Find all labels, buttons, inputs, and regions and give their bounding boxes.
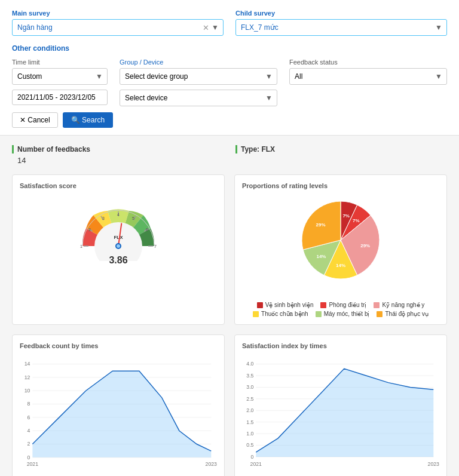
feedback-count-title: Feedback count by times bbox=[20, 342, 217, 349]
svg-point-19 bbox=[117, 244, 120, 248]
svg-text:0: 0 bbox=[251, 454, 254, 460]
svg-text:0.5: 0.5 bbox=[246, 442, 253, 448]
svg-text:2: 2 bbox=[27, 441, 30, 447]
feedback-status-select[interactable]: All bbox=[289, 68, 447, 85]
legend-color-2 bbox=[320, 302, 326, 308]
bottom-charts-row: Feedback count by times 14 12 10 8 6 4 2… bbox=[12, 334, 447, 476]
date-range-input[interactable] bbox=[12, 90, 108, 105]
legend-color-1 bbox=[257, 302, 263, 308]
feedbacks-title: Number of feedbacks bbox=[12, 145, 224, 153]
legend-color-3 bbox=[374, 302, 380, 308]
svg-text:12: 12 bbox=[25, 374, 30, 380]
svg-text:10: 10 bbox=[25, 388, 30, 394]
cancel-button[interactable]: ✕ Cancel bbox=[12, 112, 58, 128]
svg-text:4.0: 4.0 bbox=[246, 361, 253, 367]
survey-row: Main survey Ngân hàng ✕ ▼ Child survey F… bbox=[12, 10, 447, 36]
conditions-row-2: Select device ▼ bbox=[12, 90, 447, 106]
child-survey-select-wrapper: FLX_7 mức ▼ bbox=[235, 19, 447, 36]
legend-item-1: Vệ sinh bệnh viện bbox=[257, 302, 314, 308]
svg-text:FLX: FLX bbox=[114, 235, 123, 240]
svg-text:1.5: 1.5 bbox=[246, 419, 253, 425]
svg-text:4: 4 bbox=[117, 213, 120, 217]
child-survey-group: Child survey FLX_7 mức ▼ bbox=[235, 10, 447, 36]
legend-label-2: Phòng điều trị bbox=[329, 302, 366, 308]
child-survey-select[interactable]: FLX_7 mức bbox=[235, 19, 447, 36]
date-range-group bbox=[12, 90, 108, 106]
time-limit-label: Time limit bbox=[12, 59, 108, 66]
svg-marker-63 bbox=[256, 368, 433, 457]
main-survey-clear-icon[interactable]: ✕ bbox=[203, 23, 209, 32]
svg-text:6: 6 bbox=[146, 228, 148, 232]
satisfaction-index-title: Satisfaction index by times bbox=[242, 342, 439, 349]
legend-item-4: Thuốc chữa bệnh bbox=[253, 311, 308, 317]
svg-text:3.5: 3.5 bbox=[246, 373, 253, 379]
form-section: Main survey Ngân hàng ✕ ▼ Child survey F… bbox=[0, 0, 459, 136]
svg-text:1: 1 bbox=[80, 244, 82, 248]
legend-item-6: Thái độ phục vụ bbox=[377, 311, 428, 317]
pie-chart: 7%7%29%14%14%29% bbox=[275, 195, 406, 297]
device-group-select[interactable]: Select device group bbox=[120, 68, 277, 85]
pie-legend: Vệ sinh bệnh viện Phòng điều trị Kỹ năng… bbox=[242, 302, 439, 317]
group-device-group: Group / Device Select device group ▼ bbox=[120, 59, 277, 85]
type-title: Type: FLX bbox=[235, 145, 447, 153]
stats-row: Number of feedbacks 14 Type: FLX bbox=[12, 145, 447, 165]
svg-text:2.0: 2.0 bbox=[246, 407, 253, 413]
legend-label-6: Thái độ phục vụ bbox=[385, 311, 428, 317]
satisfaction-score-card: Satisfaction score bbox=[12, 174, 225, 325]
time-limit-select-wrapper: Custom ▼ bbox=[12, 68, 108, 85]
child-survey-label: Child survey bbox=[235, 10, 447, 17]
main-survey-label: Main survey bbox=[12, 10, 224, 17]
feedback-status-group: Feedback status All ▼ bbox=[289, 59, 447, 85]
svg-text:2023: 2023 bbox=[428, 461, 439, 467]
main-content: Number of feedbacks 14 Type: FLX Satisfa… bbox=[0, 136, 459, 476]
svg-text:14: 14 bbox=[25, 361, 30, 367]
spacer bbox=[289, 90, 447, 106]
main-survey-select[interactable]: Ngân hàng bbox=[12, 19, 224, 36]
svg-text:29%: 29% bbox=[360, 243, 370, 248]
device-select-group: Select device ▼ bbox=[120, 90, 277, 106]
legend-item-3: Kỹ năng nghề y bbox=[374, 302, 424, 308]
main-survey-select-wrapper: Ngân hàng ✕ ▼ bbox=[12, 19, 224, 36]
gauge-svg: 1 2 3 4 5 6 7 FLX bbox=[71, 195, 166, 261]
svg-text:3: 3 bbox=[102, 216, 105, 220]
type-stat: Type: FLX bbox=[235, 145, 447, 165]
time-limit-select[interactable]: Custom bbox=[12, 68, 108, 85]
feedback-count-card: Feedback count by times 14 12 10 8 6 4 2… bbox=[12, 334, 225, 476]
svg-text:7: 7 bbox=[154, 244, 157, 248]
legend-item-2: Phòng điều trị bbox=[320, 302, 366, 308]
svg-text:2021: 2021 bbox=[27, 461, 39, 467]
gauge-value: 3.86 bbox=[109, 255, 127, 266]
svg-text:2.5: 2.5 bbox=[246, 396, 253, 402]
group-device-label: Group / Device bbox=[120, 59, 277, 66]
feedbacks-stat: Number of feedbacks 14 bbox=[12, 145, 224, 165]
svg-text:14%: 14% bbox=[336, 263, 345, 268]
svg-text:7%: 7% bbox=[353, 218, 360, 223]
legend-label-4: Thuốc chữa bệnh bbox=[261, 311, 308, 317]
svg-text:5: 5 bbox=[132, 216, 134, 220]
legend-color-4 bbox=[253, 311, 259, 317]
main-survey-group: Main survey Ngân hàng ✕ ▼ bbox=[12, 10, 224, 36]
gauge-wrapper: 1 2 3 4 5 6 7 FLX 3.86 bbox=[20, 195, 217, 266]
svg-text:4: 4 bbox=[27, 428, 30, 434]
proportions-title: Proportions of rating levels bbox=[242, 182, 439, 189]
satisfaction-line-svg: 4.0 3.5 3.0 2.5 2.0 1.5 1.0 0.5 0 bbox=[242, 355, 439, 475]
satisfaction-index-card: Satisfaction index by times 4.0 3.5 3.0 … bbox=[234, 334, 447, 476]
feedback-status-label: Feedback status bbox=[289, 59, 447, 66]
svg-text:1.0: 1.0 bbox=[246, 431, 253, 437]
feedbacks-value: 14 bbox=[17, 156, 224, 165]
svg-text:6: 6 bbox=[27, 414, 30, 420]
svg-text:7%: 7% bbox=[342, 213, 350, 219]
legend-label-5: Máy móc, thiết bị bbox=[324, 311, 370, 317]
svg-text:2: 2 bbox=[88, 228, 91, 232]
other-conditions-section: Other conditions Time limit Custom ▼ Gro… bbox=[12, 44, 447, 128]
device-select[interactable]: Select device bbox=[120, 90, 277, 106]
svg-text:0: 0 bbox=[27, 454, 30, 460]
svg-text:3.0: 3.0 bbox=[246, 384, 253, 390]
pie-container: 7%7%29%14%14%29% Vệ sinh bệnh viện Phòng… bbox=[242, 195, 439, 317]
feedback-line-svg: 14 12 10 8 6 4 2 0 bbox=[20, 355, 217, 475]
svg-text:29%: 29% bbox=[316, 222, 326, 228]
search-button[interactable]: 🔍 Search bbox=[63, 112, 113, 128]
device-select-wrapper: Select device ▼ bbox=[120, 90, 277, 106]
proportions-card: Proportions of rating levels 7%7%29%14%1… bbox=[234, 174, 447, 325]
svg-marker-42 bbox=[32, 371, 211, 457]
